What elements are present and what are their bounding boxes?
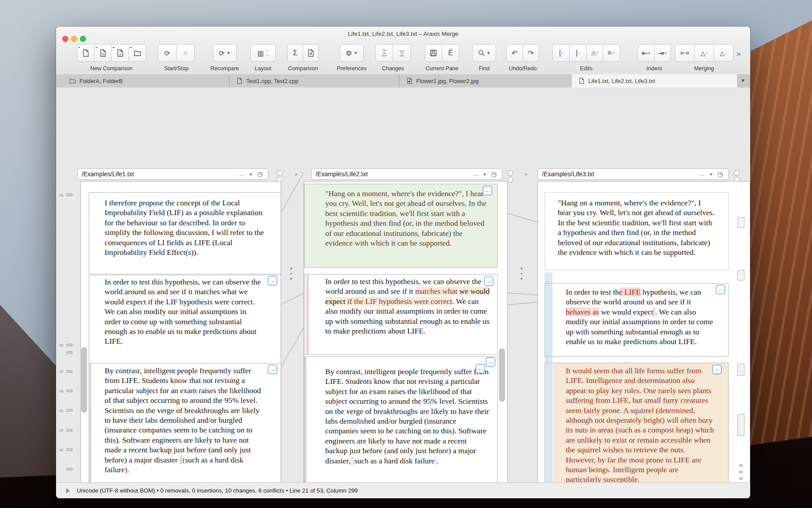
toolbar-group-label: Comparison <box>288 65 318 72</box>
comparison-report-button[interactable] <box>303 44 319 62</box>
tab-life1-life2-life3[interactable]: Life1.txt, Life2.txt, Life3.txt <box>571 74 738 87</box>
expand-panel-button[interactable] <box>66 488 70 493</box>
pane-life3-viewport[interactable]: "Hang on a moment, where's the evidence?… <box>538 182 750 498</box>
tab-list-dropdown-button[interactable]: ▼ <box>741 78 745 83</box>
history-icon[interactable]: ◷ <box>491 171 496 178</box>
undo-button[interactable]: ↶ <box>506 44 523 62</box>
new-folder-comparison-button[interactable]: + <box>128 44 146 62</box>
lines-icon: ≡ <box>648 51 650 55</box>
new-text-comparison-button[interactable]: + <box>77 44 94 62</box>
toolbar-overflow-button[interactable]: » <box>737 49 740 58</box>
diff-block: → In order to test this hypothesis, we c… <box>89 275 281 366</box>
change-strip <box>89 364 91 496</box>
pathbar-life3: /Examples/Life3.txt … ▾ ◷ <box>538 168 729 180</box>
vertical-scrollbar-thumb[interactable] <box>499 349 505 402</box>
path-dropdown-button[interactable]: ▾ <box>250 172 252 177</box>
file-path: /Examples/Life3.txt <box>538 171 699 178</box>
merge-both-button[interactable]: ⊳⊲ <box>675 44 695 62</box>
history-icon[interactable]: ◷ <box>718 171 723 178</box>
plus-badge-icon: + <box>78 45 80 49</box>
stop-button[interactable]: ✕ <box>176 44 195 62</box>
status-text: Unicode (UTF-8 without BOM) • 0 removals… <box>77 483 358 498</box>
redo-button[interactable]: ↷ <box>523 44 539 62</box>
sigma-icon: Σ <box>293 49 297 57</box>
chevron-down-icon: ▼ <box>226 51 230 55</box>
columns-layout-icon: ▥ <box>257 49 264 57</box>
start-button[interactable]: ⟳ <box>158 44 177 62</box>
encoding-button[interactable]: É <box>442 44 459 62</box>
merge-target-toggle[interactable] <box>508 170 513 176</box>
new-merge-comparison-button[interactable]: +a <box>111 44 129 62</box>
previous-edit-button[interactable]: |↑ <box>553 44 570 62</box>
pane-life2-viewport[interactable]: ← "Hang on a moment, where's the evidenc… <box>304 182 507 498</box>
history-icon[interactable]: ◷ <box>257 171 263 178</box>
merge-right-button[interactable]: → <box>268 276 277 285</box>
merge-target-toggle[interactable] <box>277 170 282 176</box>
tab-flower1-flower2[interactable]: Flower1.jpg, Flower2.jpg <box>399 74 571 87</box>
merge-target-toggle[interactable] <box>508 177 513 182</box>
toolbar-group-label: Undo/Redo <box>509 65 537 72</box>
toolbar-group-label: New Comparison <box>90 65 133 72</box>
layout-button[interactable]: ▥⌃⌄ <box>250 44 276 62</box>
discard-edits-button[interactable]: ⚠ˣ <box>586 44 603 62</box>
merge-left-button[interactable]: ← <box>716 285 725 294</box>
arrow-up-icon: ↑ <box>706 51 708 55</box>
svg-text:01: 01 <box>102 53 105 56</box>
window-header: Life1.txt, Life2.txt, Life3.txt – Araxis… <box>56 27 750 75</box>
path-dropdown-button[interactable]: ▾ <box>484 172 486 177</box>
merge-left-button[interactable]: ← <box>712 365 722 374</box>
e-acute-icon: É <box>448 49 453 57</box>
find-button[interactable]: ▼ <box>472 44 496 62</box>
vertical-scrollbar-thumb[interactable] <box>81 347 87 413</box>
comparison-summary-button[interactable]: Σ <box>287 44 303 62</box>
tab-test1-test2[interactable]: Test1.cpp, Test2.cpp <box>229 74 399 87</box>
accept-edits-button[interactable]: ≡✓ <box>603 44 620 62</box>
merge-right-button[interactable]: → <box>484 277 493 286</box>
merge-right-button[interactable]: → <box>268 365 277 374</box>
merge-down-button[interactable]: △↓ <box>714 44 733 62</box>
preferences-button[interactable]: ⚙▼ <box>340 44 364 62</box>
more-options-button[interactable]: … <box>473 171 478 177</box>
tab-foldera-folderb[interactable]: FolderA, FolderB <box>56 74 229 87</box>
more-options-button[interactable]: … <box>699 171 705 177</box>
floppy-disk-icon <box>430 49 437 57</box>
toolbar-group-label: Indent <box>647 65 662 72</box>
recompare-button[interactable]: ⟳▼ <box>213 44 237 62</box>
document-icon <box>237 77 243 84</box>
last-change-button[interactable]: ▽ <box>393 44 411 62</box>
toolbar-group-recompare: ⟳▼ Recompare <box>213 44 237 62</box>
toolbar-group-comparison: Σ Comparison <box>287 44 319 62</box>
toolbar-group-merging: ⊳⊲ △↑ △↓ Merging <box>675 44 733 62</box>
folder-icon <box>134 49 141 57</box>
pathbar-life1: /Examples/Life1.txt … ▾ ◷ <box>77 168 268 180</box>
toolbar-group-edits: |↑ |↓ ⚠ˣ ≡✓ Edits <box>553 44 620 62</box>
tab-label: FolderA, FolderB <box>79 78 123 84</box>
pane-life1-viewport[interactable]: I therefore propose the concept of the L… <box>81 182 281 498</box>
toolbar-group-label: Preferences <box>337 65 366 72</box>
undo-icon: ↶ <box>511 49 517 57</box>
merge-target-toggle[interactable] <box>734 170 740 176</box>
indent-button[interactable]: ⇥≡ <box>654 44 671 62</box>
document-a-icon: a <box>117 49 124 57</box>
pathbar-life2: /Examples/Life2.txt … ▾ ◷ <box>311 168 502 180</box>
toolbar-group-find: ▼ Find <box>472 44 496 62</box>
pane-separator-dot <box>295 174 297 175</box>
path-dropdown-button[interactable]: ▾ <box>710 172 712 177</box>
new-binary-comparison-button[interactable]: +01 <box>94 44 112 62</box>
save-button[interactable] <box>425 44 442 62</box>
gear-icon: ⚙ <box>346 49 352 57</box>
merge-up-button[interactable]: △↑ <box>694 44 714 62</box>
merge-left-button[interactable]: ← <box>476 364 485 373</box>
merge-left-button[interactable]: ← <box>483 186 492 195</box>
status-bar: Unicode (UTF-8 without BOM) • 0 removals… <box>56 482 750 498</box>
next-edit-button[interactable]: |↓ <box>569 44 586 62</box>
first-change-button[interactable]: △ <box>375 44 393 62</box>
document-01-icon: 01 <box>99 49 107 57</box>
outdent-button[interactable]: ⇤≡ <box>638 44 654 62</box>
toolbar-group-label: Merging <box>694 65 714 72</box>
overview-change-marker <box>737 364 744 376</box>
more-options-button[interactable]: … <box>239 171 244 177</box>
file-path: /Examples/Life2.txt <box>312 171 473 178</box>
comparison-tab-bar: FolderA, FolderB Test1.cpp, Test2.cpp Fl… <box>56 74 750 88</box>
merge-right-button[interactable]: → <box>486 357 495 367</box>
